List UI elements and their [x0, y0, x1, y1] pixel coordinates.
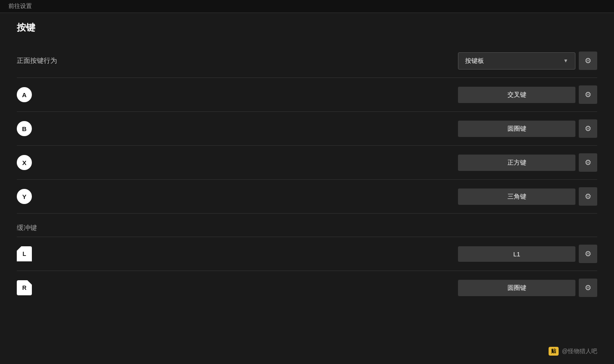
watermark: 贴 @怪物猎人吧 [549, 347, 597, 356]
a-button-icon: A [17, 87, 32, 102]
r-gear-button[interactable]: ⚙ [579, 279, 597, 297]
x-gear-button[interactable]: ⚙ [579, 153, 597, 172]
y-action-button[interactable]: 三角键 [458, 188, 575, 205]
y-button-icon: Y [17, 189, 32, 204]
a-gear-button[interactable]: ⚙ [579, 85, 597, 104]
gear-icon: ⚙ [585, 158, 591, 167]
dropdown-value: 按键板 [465, 57, 484, 65]
front-buttons-left: 正面按键行为 [17, 57, 57, 65]
b-gear-button[interactable]: ⚙ [579, 119, 597, 138]
watermark-badge: 贴 [549, 347, 559, 356]
button-row-Y-right: 三角键 ⚙ [458, 187, 597, 206]
page-title: 按键 [17, 21, 597, 34]
button-row-R-left: R [17, 280, 32, 295]
button-row-B: B 圆圈键 ⚙ [17, 112, 597, 145]
a-action-button[interactable]: 交叉键 [458, 87, 575, 103]
button-row-B-right: 圆圈键 ⚙ [458, 119, 597, 138]
button-row-L: L L1 ⚙ [17, 237, 597, 271]
watermark-text: @怪物猎人吧 [562, 348, 597, 355]
r-button-icon: R [17, 280, 32, 295]
b-action-button[interactable]: 圆圈键 [458, 121, 575, 137]
buffer-section-title: 缓冲键 [17, 224, 597, 232]
front-section-label: 正面按键行为 [17, 57, 57, 65]
button-row-Y-left: Y [17, 189, 32, 204]
page-container: 前往设置 按键 正面按键行为 按键板 ▼ ⚙ A 交叉键 [0, 0, 614, 313]
gear-icon: ⚙ [585, 192, 591, 201]
button-row-A-right: 交叉键 ⚙ [458, 85, 597, 104]
button-row-A-left: A [17, 87, 32, 102]
gear-icon: ⚙ [585, 249, 591, 258]
l-action-button[interactable]: L1 [458, 246, 575, 262]
button-row-X: X 正方键 ⚙ [17, 146, 597, 179]
l-gear-button[interactable]: ⚙ [579, 245, 597, 263]
topbar: 前往设置 [0, 0, 614, 13]
divider-y [17, 213, 597, 214]
button-row-B-left: B [17, 121, 32, 136]
chevron-down-icon: ▼ [563, 58, 568, 64]
front-buttons-right: 按键板 ▼ ⚙ [458, 52, 597, 70]
button-row-R: R 圆圈键 ⚙ [17, 271, 597, 305]
gear-icon: ⚙ [585, 124, 591, 133]
topbar-label: 前往设置 [8, 3, 32, 9]
gear-icon: ⚙ [585, 56, 591, 65]
button-row-A: A 交叉键 ⚙ [17, 78, 597, 111]
front-behavior-dropdown[interactable]: 按键板 ▼ [458, 52, 575, 70]
y-gear-button[interactable]: ⚙ [579, 187, 597, 206]
button-row-Y: Y 三角键 ⚙ [17, 180, 597, 213]
button-row-L-left: L [17, 246, 32, 261]
gear-icon: ⚙ [585, 90, 591, 99]
l-button-icon: L [17, 246, 32, 261]
front-buttons-row: 正面按键行为 按键板 ▼ ⚙ [17, 44, 597, 77]
button-row-X-right: 正方键 ⚙ [458, 153, 597, 172]
gear-icon: ⚙ [585, 283, 591, 292]
r-action-button[interactable]: 圆圈键 [458, 280, 575, 296]
b-button-icon: B [17, 121, 32, 136]
front-behavior-gear-button[interactable]: ⚙ [579, 52, 597, 70]
x-action-button[interactable]: 正方键 [458, 155, 575, 171]
button-row-L-right: L1 ⚙ [458, 245, 597, 263]
button-row-R-right: 圆圈键 ⚙ [458, 279, 597, 297]
button-row-X-left: X [17, 155, 32, 170]
x-button-icon: X [17, 155, 32, 170]
